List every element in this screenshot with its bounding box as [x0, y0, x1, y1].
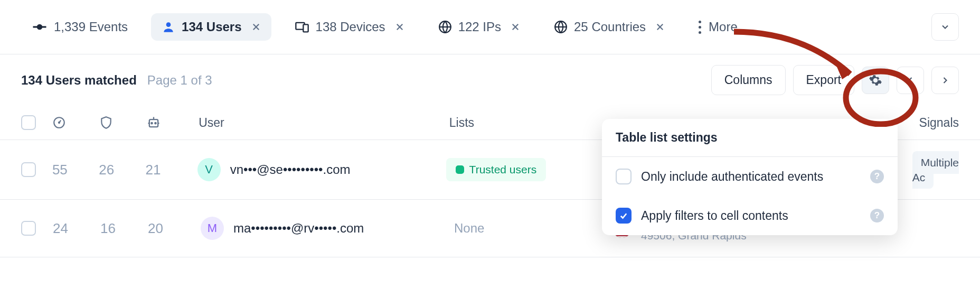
- column-lists-header: Lists: [449, 116, 606, 130]
- tab-countries-label: 25 Countries: [574, 20, 646, 34]
- popover-option-label: Only include authenticated events: [641, 170, 823, 184]
- row-score2: 26: [99, 162, 145, 178]
- tab-users[interactable]: 134 Users: [151, 13, 271, 41]
- column-score3: [146, 115, 199, 130]
- popover-option-authenticated[interactable]: Only include authenticated events ?: [602, 157, 898, 196]
- popover-option-filters[interactable]: Apply filters to cell contents ?: [602, 196, 898, 235]
- row-checkbox[interactable]: [21, 162, 36, 177]
- tab-more[interactable]: More: [688, 13, 748, 41]
- checkbox-unchecked[interactable]: [616, 169, 632, 184]
- svg-point-23: [155, 123, 156, 124]
- gear-icon: [869, 73, 882, 87]
- checkbox-checked[interactable]: [616, 208, 632, 224]
- tab-events-label: 1,339 Events: [54, 20, 128, 34]
- export-button[interactable]: Export: [793, 65, 854, 95]
- column-signals-header: Signals: [919, 116, 959, 130]
- globe-icon: [438, 20, 452, 34]
- gauge-icon: [52, 116, 66, 129]
- tab-users-label: 134 Users: [182, 20, 241, 34]
- tab-events[interactable]: 1,339 Events: [21, 13, 138, 41]
- tab-devices-label: 138 Devices: [316, 20, 385, 34]
- svg-rect-7: [303, 24, 308, 32]
- matched-count: 134 Users matched: [21, 73, 137, 88]
- close-icon[interactable]: [511, 22, 520, 32]
- close-icon[interactable]: [655, 22, 665, 32]
- close-icon[interactable]: [251, 22, 261, 32]
- globe-icon: [554, 20, 568, 34]
- settings-button[interactable]: [862, 67, 889, 94]
- svg-point-0: [37, 25, 42, 29]
- shield-icon: [99, 116, 113, 129]
- list-tag[interactable]: Trusted users: [446, 158, 546, 181]
- help-icon[interactable]: ?: [870, 209, 884, 222]
- row-score2: 16: [100, 220, 148, 237]
- status-dot-icon: [456, 165, 464, 174]
- column-score2: [99, 116, 146, 129]
- events-icon: [32, 19, 48, 35]
- table-settings-popover: Table list settings Only include authent…: [602, 119, 898, 235]
- user-icon: [162, 20, 175, 34]
- bot-icon: [146, 115, 161, 130]
- tab-bar: 1,339 Events 134 Users 138 Devices 122 I…: [0, 0, 980, 54]
- list-none: None: [454, 221, 484, 235]
- row-score1: 55: [52, 162, 99, 178]
- avatar: M: [201, 217, 224, 240]
- user-email[interactable]: vn•••@se•••••••••.com: [230, 162, 351, 177]
- close-icon[interactable]: [395, 22, 404, 32]
- svg-rect-33: [612, 236, 632, 238]
- avatar: V: [197, 158, 221, 181]
- svg-point-22: [152, 123, 153, 124]
- devices-icon: [295, 20, 309, 34]
- help-icon[interactable]: ?: [870, 170, 884, 183]
- tab-more-label: More: [709, 20, 738, 34]
- expand-button[interactable]: [931, 13, 959, 41]
- row-score3: 21: [146, 162, 197, 178]
- select-all-checkbox[interactable]: [21, 115, 36, 130]
- signal-pill[interactable]: Multiple Ac: [912, 151, 959, 189]
- popover-title: Table list settings: [602, 119, 898, 157]
- svg-point-3: [166, 22, 171, 27]
- tab-ips[interactable]: 122 IPs: [428, 13, 531, 41]
- tab-devices[interactable]: 138 Devices: [284, 13, 415, 41]
- next-page-button[interactable]: [931, 67, 959, 94]
- more-icon: [699, 21, 701, 34]
- table-header-controls: 134 Users matched Page 1 of 3 Columns Ex…: [0, 54, 980, 106]
- columns-button[interactable]: Columns: [711, 65, 786, 95]
- row-score1: 24: [53, 220, 100, 237]
- page-info: Page 1 of 3: [147, 73, 212, 88]
- column-user-header: User: [199, 116, 449, 130]
- row-checkbox[interactable]: [21, 221, 36, 236]
- row-score3: 20: [148, 220, 201, 237]
- prev-page-button[interactable]: [897, 67, 924, 94]
- tab-countries[interactable]: 25 Countries: [543, 13, 675, 41]
- list-label: Trusted users: [469, 163, 537, 176]
- tab-ips-label: 122 IPs: [458, 20, 501, 34]
- user-email[interactable]: ma•••••••••@rv•••••.com: [233, 221, 364, 236]
- popover-option-label: Apply filters to cell contents: [641, 209, 788, 223]
- column-score1: [52, 116, 99, 129]
- svg-point-20: [59, 122, 60, 123]
